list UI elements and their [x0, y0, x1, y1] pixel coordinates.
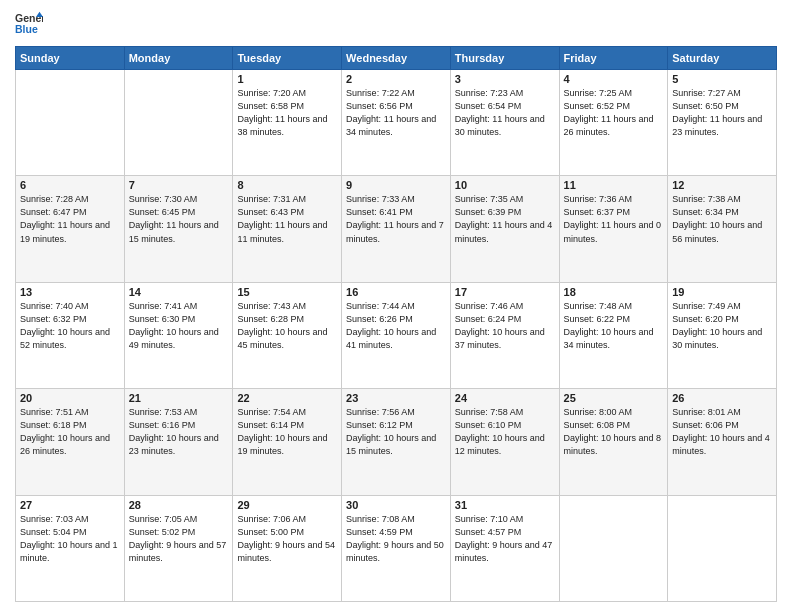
day-number: 26 [672, 392, 772, 404]
day-number: 28 [129, 499, 229, 511]
day-number: 17 [455, 286, 555, 298]
day-info: Sunrise: 7:28 AMSunset: 6:47 PMDaylight:… [20, 193, 120, 245]
day-info: Sunrise: 7:05 AMSunset: 5:02 PMDaylight:… [129, 513, 229, 565]
day-number: 5 [672, 73, 772, 85]
day-number: 7 [129, 179, 229, 191]
logo: General Blue [15, 10, 43, 38]
day-number: 4 [564, 73, 664, 85]
day-info: Sunrise: 7:41 AMSunset: 6:30 PMDaylight:… [129, 300, 229, 352]
day-number: 24 [455, 392, 555, 404]
day-number: 13 [20, 286, 120, 298]
calendar-cell: 22Sunrise: 7:54 AMSunset: 6:14 PMDayligh… [233, 389, 342, 495]
day-info: Sunrise: 7:43 AMSunset: 6:28 PMDaylight:… [237, 300, 337, 352]
day-info: Sunrise: 7:48 AMSunset: 6:22 PMDaylight:… [564, 300, 664, 352]
day-of-week-header: Wednesday [342, 47, 451, 70]
calendar-cell: 18Sunrise: 7:48 AMSunset: 6:22 PMDayligh… [559, 282, 668, 388]
calendar-cell: 30Sunrise: 7:08 AMSunset: 4:59 PMDayligh… [342, 495, 451, 601]
day-info: Sunrise: 7:10 AMSunset: 4:57 PMDaylight:… [455, 513, 555, 565]
day-number: 11 [564, 179, 664, 191]
day-number: 23 [346, 392, 446, 404]
day-info: Sunrise: 7:30 AMSunset: 6:45 PMDaylight:… [129, 193, 229, 245]
day-info: Sunrise: 7:25 AMSunset: 6:52 PMDaylight:… [564, 87, 664, 139]
calendar-cell: 8Sunrise: 7:31 AMSunset: 6:43 PMDaylight… [233, 176, 342, 282]
day-number: 8 [237, 179, 337, 191]
calendar-cell: 14Sunrise: 7:41 AMSunset: 6:30 PMDayligh… [124, 282, 233, 388]
day-info: Sunrise: 7:54 AMSunset: 6:14 PMDaylight:… [237, 406, 337, 458]
day-number: 14 [129, 286, 229, 298]
day-info: Sunrise: 8:00 AMSunset: 6:08 PMDaylight:… [564, 406, 664, 458]
calendar-week-row: 13Sunrise: 7:40 AMSunset: 6:32 PMDayligh… [16, 282, 777, 388]
calendar-cell: 23Sunrise: 7:56 AMSunset: 6:12 PMDayligh… [342, 389, 451, 495]
day-info: Sunrise: 7:38 AMSunset: 6:34 PMDaylight:… [672, 193, 772, 245]
calendar-cell: 4Sunrise: 7:25 AMSunset: 6:52 PMDaylight… [559, 70, 668, 176]
calendar-cell: 15Sunrise: 7:43 AMSunset: 6:28 PMDayligh… [233, 282, 342, 388]
day-number: 12 [672, 179, 772, 191]
day-number: 29 [237, 499, 337, 511]
calendar-cell: 19Sunrise: 7:49 AMSunset: 6:20 PMDayligh… [668, 282, 777, 388]
day-info: Sunrise: 7:44 AMSunset: 6:26 PMDaylight:… [346, 300, 446, 352]
calendar-cell: 2Sunrise: 7:22 AMSunset: 6:56 PMDaylight… [342, 70, 451, 176]
day-info: Sunrise: 7:23 AMSunset: 6:54 PMDaylight:… [455, 87, 555, 139]
day-info: Sunrise: 8:01 AMSunset: 6:06 PMDaylight:… [672, 406, 772, 458]
calendar-cell [124, 70, 233, 176]
day-info: Sunrise: 7:31 AMSunset: 6:43 PMDaylight:… [237, 193, 337, 245]
calendar-cell: 31Sunrise: 7:10 AMSunset: 4:57 PMDayligh… [450, 495, 559, 601]
day-number: 3 [455, 73, 555, 85]
day-info: Sunrise: 7:36 AMSunset: 6:37 PMDaylight:… [564, 193, 664, 245]
day-info: Sunrise: 7:46 AMSunset: 6:24 PMDaylight:… [455, 300, 555, 352]
day-info: Sunrise: 7:33 AMSunset: 6:41 PMDaylight:… [346, 193, 446, 245]
calendar-cell: 24Sunrise: 7:58 AMSunset: 6:10 PMDayligh… [450, 389, 559, 495]
day-number: 18 [564, 286, 664, 298]
svg-text:Blue: Blue [15, 23, 38, 35]
day-info: Sunrise: 7:51 AMSunset: 6:18 PMDaylight:… [20, 406, 120, 458]
calendar-cell: 1Sunrise: 7:20 AMSunset: 6:58 PMDaylight… [233, 70, 342, 176]
calendar-week-row: 1Sunrise: 7:20 AMSunset: 6:58 PMDaylight… [16, 70, 777, 176]
calendar-header-row: SundayMondayTuesdayWednesdayThursdayFrid… [16, 47, 777, 70]
calendar-cell: 21Sunrise: 7:53 AMSunset: 6:16 PMDayligh… [124, 389, 233, 495]
day-info: Sunrise: 7:53 AMSunset: 6:16 PMDaylight:… [129, 406, 229, 458]
calendar-cell: 25Sunrise: 8:00 AMSunset: 6:08 PMDayligh… [559, 389, 668, 495]
day-number: 9 [346, 179, 446, 191]
day-number: 16 [346, 286, 446, 298]
day-info: Sunrise: 7:22 AMSunset: 6:56 PMDaylight:… [346, 87, 446, 139]
calendar-cell: 7Sunrise: 7:30 AMSunset: 6:45 PMDaylight… [124, 176, 233, 282]
day-number: 22 [237, 392, 337, 404]
day-of-week-header: Monday [124, 47, 233, 70]
calendar-table: SundayMondayTuesdayWednesdayThursdayFrid… [15, 46, 777, 602]
calendar-cell: 12Sunrise: 7:38 AMSunset: 6:34 PMDayligh… [668, 176, 777, 282]
calendar-cell: 3Sunrise: 7:23 AMSunset: 6:54 PMDaylight… [450, 70, 559, 176]
calendar-week-row: 27Sunrise: 7:03 AMSunset: 5:04 PMDayligh… [16, 495, 777, 601]
day-of-week-header: Thursday [450, 47, 559, 70]
day-number: 25 [564, 392, 664, 404]
calendar-cell [668, 495, 777, 601]
day-number: 15 [237, 286, 337, 298]
day-of-week-header: Tuesday [233, 47, 342, 70]
day-number: 31 [455, 499, 555, 511]
logo-icon: General Blue [15, 10, 43, 38]
calendar-cell: 13Sunrise: 7:40 AMSunset: 6:32 PMDayligh… [16, 282, 125, 388]
day-info: Sunrise: 7:03 AMSunset: 5:04 PMDaylight:… [20, 513, 120, 565]
calendar-cell: 20Sunrise: 7:51 AMSunset: 6:18 PMDayligh… [16, 389, 125, 495]
day-number: 6 [20, 179, 120, 191]
day-info: Sunrise: 7:40 AMSunset: 6:32 PMDaylight:… [20, 300, 120, 352]
calendar-cell: 17Sunrise: 7:46 AMSunset: 6:24 PMDayligh… [450, 282, 559, 388]
day-number: 20 [20, 392, 120, 404]
day-info: Sunrise: 7:20 AMSunset: 6:58 PMDaylight:… [237, 87, 337, 139]
calendar-cell: 10Sunrise: 7:35 AMSunset: 6:39 PMDayligh… [450, 176, 559, 282]
calendar-week-row: 6Sunrise: 7:28 AMSunset: 6:47 PMDaylight… [16, 176, 777, 282]
header: General Blue [15, 10, 777, 38]
calendar-cell [559, 495, 668, 601]
day-info: Sunrise: 7:27 AMSunset: 6:50 PMDaylight:… [672, 87, 772, 139]
calendar-cell: 16Sunrise: 7:44 AMSunset: 6:26 PMDayligh… [342, 282, 451, 388]
day-number: 10 [455, 179, 555, 191]
calendar-cell: 5Sunrise: 7:27 AMSunset: 6:50 PMDaylight… [668, 70, 777, 176]
day-info: Sunrise: 7:58 AMSunset: 6:10 PMDaylight:… [455, 406, 555, 458]
calendar-cell: 6Sunrise: 7:28 AMSunset: 6:47 PMDaylight… [16, 176, 125, 282]
day-number: 21 [129, 392, 229, 404]
day-number: 1 [237, 73, 337, 85]
day-number: 30 [346, 499, 446, 511]
day-of-week-header: Sunday [16, 47, 125, 70]
calendar-cell: 27Sunrise: 7:03 AMSunset: 5:04 PMDayligh… [16, 495, 125, 601]
day-info: Sunrise: 7:08 AMSunset: 4:59 PMDaylight:… [346, 513, 446, 565]
calendar-cell [16, 70, 125, 176]
